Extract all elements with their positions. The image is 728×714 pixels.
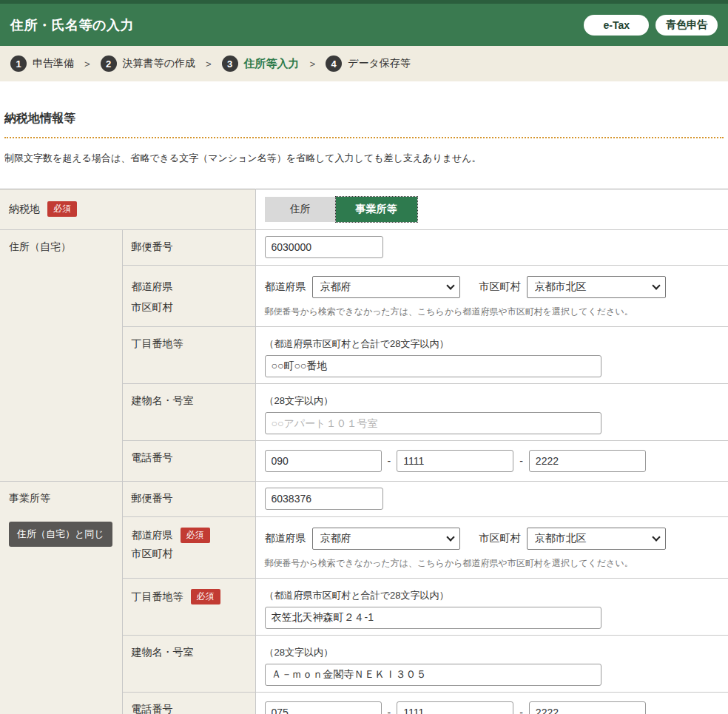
office-phone-label: 電話番号 — [132, 703, 173, 714]
office-group-cell: 事業所等 住所（自宅）と同じ — [0, 482, 122, 714]
home-building-content: （28文字以内） — [255, 384, 728, 441]
home-street-hint: （都道府県市区町村と合計で28文字以内） — [265, 337, 721, 351]
home-group-cell: 住所（自宅） — [0, 230, 122, 482]
step-3-jusho-nyuryoku-current[interactable]: 3 住所等入力 — [222, 55, 300, 72]
aoiro-shinkoku-button[interactable]: 青色申告 — [655, 15, 718, 36]
etax-button[interactable]: e-Tax — [584, 15, 649, 36]
step-2-label: 決算書等の作成 — [123, 57, 195, 70]
home-phone1-input[interactable] — [265, 450, 382, 472]
chevron-down-icon — [652, 281, 660, 289]
office-street-input[interactable] — [265, 607, 601, 629]
chevron-down-icon — [652, 533, 660, 541]
home-street-label-cell: 丁目番地等 — [122, 327, 255, 384]
home-postal-content — [255, 230, 728, 266]
office-street-label-cell: 丁目番地等 必須 — [122, 579, 255, 636]
home-prefcity-label-cell: 都道府県 市区町村 — [122, 266, 255, 327]
required-badge: 必須 — [47, 201, 77, 217]
office-street-content: （都道府県市区町村と合計で28文字以内） — [255, 579, 728, 636]
office-pref-label: 都道府県 — [132, 528, 173, 543]
office-phone-label-cell: 電話番号 — [122, 693, 255, 714]
chevron-down-icon — [446, 281, 454, 289]
office-prefcity-content: 都道府県 京都府 市区町村 京都市北区 郵便番号から検索できなかった方は、こちら… — [255, 517, 728, 579]
office-pref-select[interactable]: 京都府 — [312, 528, 460, 550]
section-note: 制限文字数を超える場合は、省略できる文字（マンション名等）を省略して入力しても差… — [4, 152, 724, 165]
step-1-shinkoku-junbi[interactable]: 1 申告準備 — [10, 55, 74, 72]
tax-place-label: 納税地 — [9, 203, 40, 216]
office-city-label: 市区町村 — [132, 548, 173, 559]
office-street-label: 丁目番地等 — [132, 590, 183, 604]
home-phone-label: 電話番号 — [132, 451, 173, 463]
home-building-label: 建物名・号室 — [132, 394, 194, 406]
chevron-down-icon — [446, 533, 454, 541]
step-3-label: 住所等入力 — [244, 57, 300, 71]
office-pref-select-label: 都道府県 — [265, 532, 306, 545]
step-4-label: データ保存等 — [348, 57, 411, 70]
address-form-table: 納税地 必須 住所 事業所等 住所（自宅） 郵便番号 都道府県 市区町村 — [0, 189, 728, 714]
step-4-number: 4 — [326, 55, 342, 72]
home-city-value: 京都市北区 — [535, 280, 587, 294]
home-prefcity-content: 都道府県 京都府 市区町村 京都市北区 郵便番号から検索できなかった方は、こちら… — [255, 266, 728, 327]
tax-place-content-cell: 住所 事業所等 — [255, 189, 728, 230]
step-3-number: 3 — [222, 55, 238, 72]
toggle-jusho-button[interactable]: 住所 — [265, 197, 336, 222]
home-pref-value: 京都府 — [320, 280, 351, 294]
tax-place-label-cell: 納税地 必須 — [0, 189, 255, 230]
home-select-help: 郵便番号から検索できなかった方は、こちらから都道府県や市区町村を選択してください… — [265, 306, 721, 318]
office-street-hint: （都道府県市区町村と合計で28文字以内） — [265, 589, 721, 602]
phone-separator: - — [388, 707, 391, 714]
home-postal-label-cell: 郵便番号 — [122, 230, 255, 266]
office-building-label: 建物名・号室 — [132, 646, 194, 658]
office-postal-label-cell: 郵便番号 — [122, 482, 255, 517]
step-2-number: 2 — [101, 55, 117, 72]
required-badge: 必須 — [191, 589, 220, 604]
home-street-label: 丁目番地等 — [132, 337, 183, 349]
step-2-kessansho-sakusei[interactable]: 2 決算書等の作成 — [101, 55, 195, 72]
home-phone3-input[interactable] — [529, 450, 646, 472]
home-city-label: 市区町村 — [132, 301, 173, 313]
office-phone3-input[interactable] — [529, 701, 646, 714]
phone-separator: - — [519, 455, 523, 467]
home-street-input[interactable] — [265, 355, 601, 377]
required-badge: 必須 — [181, 528, 210, 543]
home-phone2-input[interactable] — [397, 450, 513, 472]
office-postal-label: 郵便番号 — [132, 492, 173, 504]
home-pref-label: 都道府県 — [132, 280, 173, 292]
tax-place-toggle: 住所 事業所等 — [265, 197, 721, 222]
home-pref-select-label: 都道府県 — [265, 280, 306, 294]
office-city-value: 京都市北区 — [535, 532, 587, 545]
office-postal-input[interactable] — [265, 488, 383, 510]
step-4-data-hozon[interactable]: 4 データ保存等 — [326, 55, 411, 72]
toggle-jigyosho-button[interactable]: 事業所等 — [336, 197, 417, 222]
office-building-content: （28文字以内） — [255, 636, 728, 693]
office-building-label-cell: 建物名・号室 — [122, 636, 255, 693]
page-header: 住所・氏名等の入力 e-Tax 青色申告 — [0, 4, 728, 46]
home-postal-input[interactable] — [265, 236, 383, 258]
home-postal-label: 郵便番号 — [132, 240, 173, 252]
section-title: 納税地情報等 — [4, 111, 724, 138]
home-building-hint: （28文字以内） — [265, 394, 721, 408]
office-building-hint: （28文字以内） — [265, 646, 721, 659]
home-building-label-cell: 建物名・号室 — [122, 384, 255, 441]
office-phone1-input[interactable] — [265, 701, 382, 714]
home-phone-label-cell: 電話番号 — [122, 441, 255, 482]
office-select-help: 郵便番号から検索できなかった方は、こちらから都道府県や市区町村を選択してください… — [265, 557, 721, 570]
step-separator: > — [310, 58, 316, 70]
office-phone-content: - - — [255, 693, 728, 714]
step-1-label: 申告準備 — [33, 57, 74, 70]
step-1-number: 1 — [10, 55, 27, 72]
home-group-label: 住所（自宅） — [9, 240, 71, 252]
office-pref-value: 京都府 — [320, 532, 351, 545]
home-street-content: （都道府県市区町村と合計で28文字以内） — [255, 327, 728, 384]
page-title: 住所・氏名等の入力 — [10, 16, 134, 34]
same-as-home-button[interactable]: 住所（自宅）と同じ — [9, 522, 112, 547]
office-city-select[interactable]: 京都市北区 — [527, 528, 666, 550]
office-postal-content — [255, 482, 728, 517]
office-building-input[interactable] — [265, 664, 601, 686]
office-phone2-input[interactable] — [397, 701, 513, 714]
phone-separator: - — [519, 707, 523, 714]
home-city-select[interactable]: 京都市北区 — [527, 276, 666, 298]
phone-separator: - — [388, 455, 391, 467]
home-pref-select[interactable]: 京都府 — [312, 276, 460, 298]
home-building-input[interactable] — [265, 412, 601, 434]
home-city-select-label: 市区町村 — [479, 280, 521, 294]
